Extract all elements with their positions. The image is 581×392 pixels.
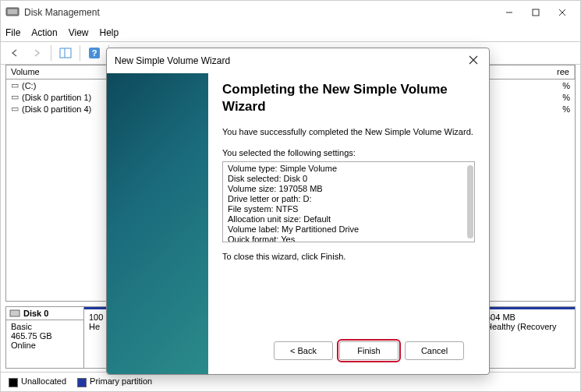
setting-line: Volume type: Simple Volume	[228, 164, 469, 174]
menu-help[interactable]: Help	[100, 27, 119, 38]
toolbar-separator	[51, 45, 51, 61]
setting-line: Drive letter or path: D:	[228, 194, 469, 204]
titlebar: Disk Management	[1, 1, 580, 24]
volume-free: %	[562, 81, 570, 90]
disk-icon	[9, 309, 20, 318]
cancel-button[interactable]: Cancel	[405, 341, 464, 360]
disk-management-icon	[5, 5, 19, 19]
disk-type: Basic	[11, 322, 79, 331]
volume-label: (Disk 0 partition 1)	[22, 93, 91, 102]
setting-line: Disk selected: Disk 0	[228, 174, 469, 184]
disk-info[interactable]: Disk 0 Basic 465.75 GB Online	[6, 307, 84, 368]
drive-icon: ▭	[11, 80, 19, 90]
wizard-title: New Simple Volume Wizard	[115, 55, 466, 66]
setting-line: Volume label: My Partitioned Drive	[228, 224, 469, 235]
back-button[interactable]: < Back	[274, 341, 333, 360]
col-free[interactable]: ree	[481, 65, 575, 79]
setting-line: Quick format: Yes	[228, 235, 469, 242]
drive-icon: ▭	[11, 92, 19, 102]
help-button[interactable]: ?	[85, 44, 104, 62]
back-button[interactable]	[5, 44, 24, 62]
wizard-heading: Completing the New Simple Volume Wizard	[222, 81, 475, 115]
window-title: Disk Management	[24, 7, 496, 18]
legend-primary: Primary partition	[77, 376, 152, 387]
wizard-titlebar: New Simple Volume Wizard	[107, 48, 489, 73]
volume-label: (Disk 0 partition 4)	[22, 104, 91, 114]
wizard-close-msg: To close this wizard, click Finish.	[222, 252, 475, 261]
svg-rect-1	[8, 9, 17, 14]
drive-icon: ▭	[11, 104, 19, 114]
unallocated-swatch	[9, 378, 18, 387]
menu-action[interactable]: Action	[31, 27, 57, 38]
volume-label: (C:)	[22, 81, 36, 90]
svg-rect-6	[60, 48, 71, 58]
partition-segment[interactable]: 604 MB Healthy (Recovery	[481, 307, 575, 368]
menu-file[interactable]: File	[5, 27, 20, 38]
setting-line: File system: NTFS	[228, 204, 469, 214]
disk-name: Disk 0	[23, 309, 48, 318]
svg-rect-12	[10, 310, 19, 316]
maximize-button[interactable]	[523, 3, 549, 22]
toolbar-separator	[80, 45, 80, 61]
volume-free: %	[562, 104, 570, 114]
menu-view[interactable]: View	[69, 27, 89, 38]
forward-button[interactable]	[27, 44, 46, 62]
wizard-buttons: < Back Finish Cancel	[222, 332, 475, 369]
close-button[interactable]	[549, 3, 576, 22]
volume-free: %	[562, 93, 570, 102]
menubar: File Action View Help	[1, 24, 580, 41]
disk-status: Online	[11, 341, 79, 350]
disk-management-window: Disk Management File Action View Help ? …	[0, 0, 581, 392]
wizard-selected-label: You selected the following settings:	[222, 147, 475, 159]
setting-line: Volume size: 197058 MB	[228, 184, 469, 194]
svg-rect-3	[533, 9, 539, 16]
properties-button[interactable]	[56, 44, 75, 62]
content-area: Volume ree ▭ (C:) % ▭ (Disk 0 partition …	[1, 65, 580, 373]
primary-swatch	[77, 378, 87, 387]
wizard-banner	[107, 73, 208, 374]
legend: Unallocated Primary partition	[1, 373, 580, 391]
new-simple-volume-wizard: New Simple Volume Wizard Completing the …	[106, 48, 490, 375]
scrollbar[interactable]	[467, 165, 473, 238]
wizard-success-text: You have successfully completed the New …	[222, 126, 475, 138]
wizard-content: Completing the New Simple Volume Wizard …	[208, 73, 489, 374]
legend-unallocated: Unallocated	[9, 376, 66, 387]
svg-text:?: ?	[92, 48, 97, 58]
disk-size: 465.75 GB	[11, 331, 79, 341]
settings-summary[interactable]: Volume type: Simple Volume Disk selected…	[222, 161, 475, 242]
minimize-button[interactable]	[496, 3, 523, 22]
setting-line: Allocation unit size: Default	[228, 214, 469, 224]
wizard-close-button[interactable]	[466, 55, 481, 67]
finish-button[interactable]: Finish	[339, 341, 399, 360]
